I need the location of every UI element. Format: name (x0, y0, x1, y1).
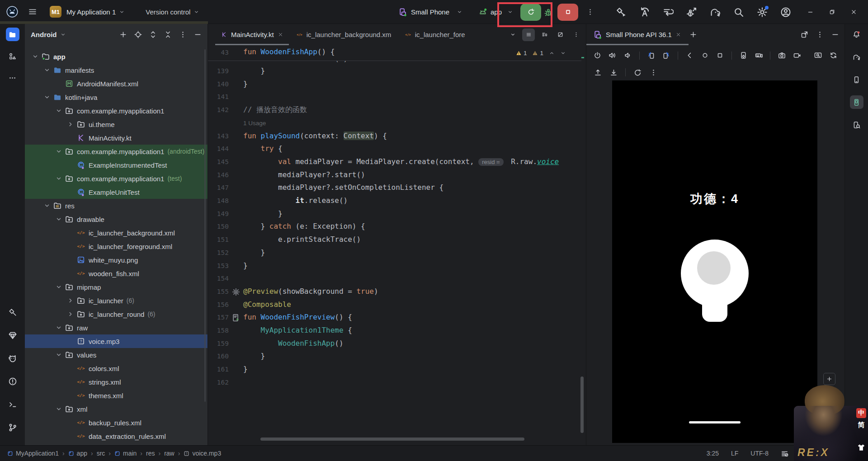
tree-item-ui-theme[interactable]: ui.theme (25, 118, 208, 131)
notifications-bell-tool-button[interactable] (850, 28, 863, 41)
usages-hint[interactable]: 1 Usage (243, 120, 266, 127)
code-line-140[interactable]: 140} (208, 78, 581, 91)
ime-skin-icon[interactable] (857, 443, 866, 452)
kebab-button[interactable] (816, 31, 824, 38)
tree-item-values[interactable]: values (25, 348, 208, 362)
editor-tab-ic-launcher-fore[interactable]: </>ic_launcher_fore (398, 24, 472, 45)
tree-item-androidmanifest-xml[interactable]: AndroidManifest.xml (25, 77, 208, 90)
collapse-all-button[interactable] (164, 31, 172, 38)
tree-item-exampleinstrumentedtest[interactable]: ExampleInstrumentedTest (25, 158, 208, 172)
code-line-159[interactable]: 159 WoodenFishApp() (208, 338, 581, 351)
rerun-button[interactable] (520, 4, 541, 21)
apply-changes-button[interactable] (639, 7, 650, 18)
nav-back-button[interactable] (685, 51, 694, 61)
ime-variant-badge[interactable]: 简 (858, 421, 865, 429)
chevron-down-icon[interactable] (55, 283, 62, 291)
chevron-right-icon[interactable] (67, 121, 74, 128)
breadcrumb-res[interactable]: res (146, 450, 155, 457)
close-tab-icon[interactable] (278, 32, 283, 37)
code-line-160[interactable]: 160 } (208, 350, 581, 363)
open-in-window-button[interactable] (801, 31, 808, 38)
tree-item-wooden-fish-xml[interactable]: </>wooden_fish.xml (25, 267, 208, 280)
hide-minus-button[interactable] (831, 31, 839, 38)
breadcrumb-app[interactable]: app (68, 450, 87, 457)
kebab-button[interactable] (179, 31, 187, 38)
git-branch-tool-button[interactable] (6, 421, 19, 434)
chevron-down-icon[interactable] (55, 351, 62, 358)
screen-zoom-button[interactable] (814, 51, 823, 61)
user-avatar-button[interactable] (780, 7, 791, 18)
tree-scrollbar[interactable] (204, 49, 206, 402)
device-sync-button[interactable] (829, 51, 838, 61)
file-encoding[interactable]: UTF-8 (750, 450, 769, 457)
code-line-143[interactable]: 143fun playSound(context: Context) { (208, 130, 581, 143)
running-devices-tool-button[interactable] (850, 95, 863, 109)
add-device-tab-icon[interactable] (689, 31, 697, 38)
power-button[interactable] (593, 51, 602, 61)
breadcrumb-raw[interactable]: raw (164, 450, 175, 457)
structure-shapes-tool-button[interactable] (6, 49, 19, 63)
main-menu-button[interactable] (28, 7, 37, 16)
tree-item-themes-xml[interactable]: </>themes.xml (25, 389, 208, 402)
chevron-down-icon[interactable] (43, 94, 51, 101)
rotate-left-button[interactable] (646, 51, 656, 61)
locate-button[interactable] (134, 31, 142, 38)
indent-settings-icon[interactable] (781, 450, 788, 457)
code-line-152[interactable]: 152 } (208, 247, 581, 260)
code-line-145[interactable]: 145 val mediaPlayer = MediaPlayer.create… (208, 156, 581, 169)
terminal-tool-button[interactable] (6, 398, 19, 411)
code-line-161[interactable]: 161} (208, 363, 581, 376)
plus-button[interactable] (119, 31, 127, 38)
project-folder-tool-button[interactable] (6, 28, 19, 41)
code-line-151[interactable]: 151 e.printStackTrace() (208, 234, 581, 247)
chevron-right-icon[interactable] (67, 310, 74, 318)
chevron-down-icon[interactable] (55, 405, 62, 413)
tree-item-res[interactable]: res (25, 199, 208, 212)
code-line-150[interactable]: 150 } catch (e: Exception) { (208, 221, 581, 234)
code-view-button[interactable] (522, 28, 535, 41)
tree-item-xml[interactable]: xml (25, 402, 208, 416)
tree-item-com-example-myapplication1[interactable]: com.example.myapplication1(androidTest) (25, 145, 208, 158)
close-device-tab-icon[interactable] (676, 32, 681, 37)
editor-vertical-scrollbar[interactable] (580, 376, 584, 433)
breadcrumb-myapplication1[interactable]: MyApplication1 (7, 450, 59, 457)
pull-file-button[interactable] (609, 67, 618, 77)
chevron-down-button[interactable] (506, 28, 519, 41)
chevron-down-icon[interactable] (55, 216, 62, 223)
device-selector[interactable]: Small Phone (398, 0, 462, 24)
code-line-158[interactable]: 158 MyApplication1Theme { (208, 325, 581, 338)
run-configuration[interactable]: app (491, 8, 502, 16)
inspection-warning-badge[interactable]: 1 (516, 50, 527, 56)
code-editor[interactable]: ( )139 }140}141142// 播放音效的函数1 Usage143fu… (208, 61, 581, 445)
tree-item-exampleunittest[interactable]: ExampleUnitTest (25, 185, 208, 199)
chevron-down-icon[interactable] (32, 53, 39, 60)
stop-button[interactable] (557, 4, 578, 21)
build-hammer-tool-button[interactable] (6, 306, 19, 319)
tree-item-kotlin-java[interactable]: kotlin+java (25, 90, 208, 104)
code-line-142[interactable]: 142// 播放音效的函数 (208, 104, 581, 117)
volume-down-button[interactable] (623, 51, 632, 61)
window-restore-button[interactable] (823, 0, 841, 24)
code-line-154[interactable]: 154 (208, 273, 581, 286)
chevron-down-icon[interactable] (55, 107, 62, 114)
gesture-navigation-bar[interactable] (689, 421, 741, 423)
gradle-elephant-button[interactable] (710, 7, 721, 18)
tree-item-drawable[interactable]: drawable (25, 212, 208, 226)
expand-all-button[interactable] (149, 31, 157, 38)
apply-code-changes-button[interactable] (663, 7, 674, 18)
tree-item-ic-launcher-foreground-xml[interactable]: </>ic_launcher_foreground.xml (25, 240, 208, 253)
code-line-146[interactable]: 146 mediaPlayer?.start() (208, 169, 581, 182)
tree-item-raw[interactable]: raw (25, 321, 208, 334)
chevron-right-icon[interactable] (67, 297, 74, 304)
editor-tab-ic-launcher-background-xml[interactable]: </>ic_launcher_background.xml (290, 24, 398, 45)
hide-minus-button[interactable] (194, 31, 202, 38)
push-file-button[interactable] (593, 67, 603, 77)
build-run-button[interactable] (616, 7, 627, 18)
tree-item-ic-launcher-background-xml[interactable]: </>ic_launcher_background.xml (25, 226, 208, 240)
design-view-button[interactable] (554, 28, 566, 41)
gem-tool-button[interactable] (6, 329, 19, 342)
kebab-button[interactable] (648, 67, 658, 77)
editor-tab-mainactivity-kt[interactable]: MainActivity.kt (214, 24, 290, 45)
device-manager-tool-button[interactable] (850, 73, 863, 86)
compose-preview-gutter-icon[interactable] (232, 314, 240, 322)
